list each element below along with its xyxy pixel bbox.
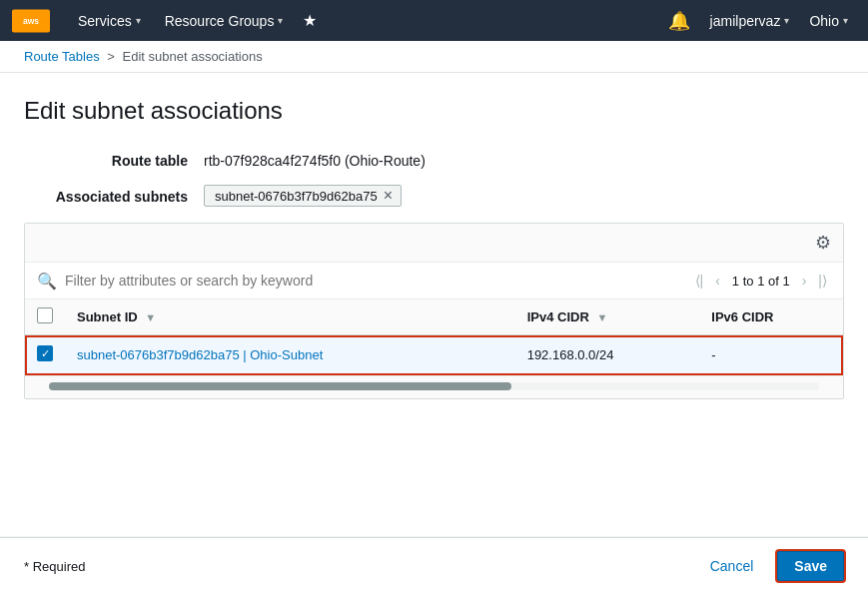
scrollbar-track — [49, 382, 819, 390]
breadcrumb-current-page: Edit subnet associations — [123, 49, 263, 64]
breadcrumb-separator: > — [107, 49, 115, 64]
breadcrumb: Route Tables > Edit subnet associations — [0, 41, 868, 73]
row-checkbox-cell — [25, 335, 65, 375]
pagination-first-button[interactable]: ⟨| — [691, 271, 708, 291]
table-row: subnet-0676b3f7b9d62ba75 | Ohio-Subnet19… — [25, 335, 843, 375]
pagination-info: 1 to 1 of 1 — [732, 274, 790, 289]
search-icon: 🔍 — [37, 272, 57, 291]
resource-groups-label: Resource Groups — [165, 13, 275, 29]
search-bar: 🔍 ⟨| ‹ 1 to 1 of 1 › |⟩ — [25, 263, 843, 299]
associated-subnets-tags: subnet-0676b3f7b9d62ba75 × — [204, 185, 402, 207]
aws-logo[interactable]: aws — [12, 9, 50, 33]
table-header-row: Subnet ID ▼ IPv4 CIDR ▼ IPv6 CIDR — [25, 299, 843, 335]
page-title: Edit subnet associations — [24, 97, 844, 125]
horizontal-scrollbar[interactable] — [25, 375, 843, 398]
table-header-checkbox — [25, 299, 65, 335]
pagination-last-button[interactable]: |⟩ — [814, 271, 831, 291]
table-header-ipv6-cidr: IPv6 CIDR — [699, 299, 843, 335]
page-content: Edit subnet associations Route table rtb… — [0, 73, 868, 536]
subnet-table-container: ⚙ 🔍 ⟨| ‹ 1 to 1 of 1 › |⟩ — [24, 223, 844, 399]
nav-right-section: 🔔 jamilpervaz ▾ Ohio ▾ — [660, 10, 856, 32]
pagination-prev-button[interactable]: ‹ — [711, 271, 724, 291]
services-chevron-icon: ▾ — [136, 15, 141, 26]
subnet-table: Subnet ID ▼ IPv4 CIDR ▼ IPv6 CIDR — [25, 299, 843, 375]
table-toolbar: ⚙ — [25, 224, 843, 263]
route-table-row: Route table rtb-07f928ca4f274f5f0 (Ohio-… — [24, 149, 844, 169]
subnet-id-link[interactable]: subnet-0676b3f7b9d62ba75 | Ohio-Subnet — [77, 347, 323, 362]
table-header-ipv4-cidr[interactable]: IPv4 CIDR ▼ — [515, 299, 700, 335]
breadcrumb-route-tables-link[interactable]: Route Tables — [24, 49, 100, 64]
services-label: Services — [78, 13, 132, 29]
user-menu[interactable]: jamilpervaz ▾ — [702, 13, 798, 29]
select-all-checkbox[interactable] — [37, 307, 53, 323]
pagination-next-button[interactable]: › — [798, 271, 811, 291]
subnet-tag-remove-icon[interactable]: × — [384, 188, 393, 204]
region-menu[interactable]: Ohio ▾ — [801, 13, 856, 29]
associated-subnets-row: Associated subnets subnet-0676b3f7b9d62b… — [24, 185, 844, 207]
top-navigation: aws Services ▾ Resource Groups ▾ ★ 🔔 jam… — [0, 0, 868, 41]
search-input[interactable] — [65, 273, 683, 289]
subnet-tag: subnet-0676b3f7b9d62ba75 × — [204, 185, 402, 207]
resource-groups-chevron-icon: ▾ — [278, 15, 283, 26]
username-label: jamilpervaz — [710, 13, 781, 29]
row-ipv6-cidr: - — [699, 335, 843, 375]
row-ipv4-cidr: 192.168.0.0/24 — [515, 335, 700, 375]
route-table-label: Route table — [24, 149, 204, 169]
svg-text:aws: aws — [23, 15, 39, 25]
route-table-value: rtb-07f928ca4f274f5f0 (Ohio-Route) — [204, 149, 426, 169]
region-chevron-icon: ▾ — [843, 15, 848, 26]
subnet-id-sort-icon: ▼ — [145, 311, 156, 323]
associated-subnets-label: Associated subnets — [24, 185, 204, 205]
services-menu[interactable]: Services ▾ — [66, 0, 153, 41]
subnet-tag-text: subnet-0676b3f7b9d62ba75 — [215, 189, 378, 204]
notifications-bell-icon[interactable]: 🔔 — [660, 10, 698, 32]
scrollbar-thumb — [49, 382, 511, 390]
row-checkbox-checked[interactable] — [37, 345, 53, 361]
region-label: Ohio — [809, 13, 839, 29]
pagination: ⟨| ‹ 1 to 1 of 1 › |⟩ — [691, 271, 831, 291]
user-chevron-icon: ▾ — [784, 15, 789, 26]
ipv4-sort-icon: ▼ — [596, 311, 607, 323]
settings-gear-icon[interactable]: ⚙ — [815, 232, 831, 254]
resource-groups-menu[interactable]: Resource Groups ▾ — [153, 0, 296, 41]
table-header-subnet-id[interactable]: Subnet ID ▼ — [65, 299, 515, 335]
favorites-star-icon[interactable]: ★ — [303, 11, 317, 30]
row-subnet-id: subnet-0676b3f7b9d62ba75 | Ohio-Subnet — [65, 335, 515, 375]
